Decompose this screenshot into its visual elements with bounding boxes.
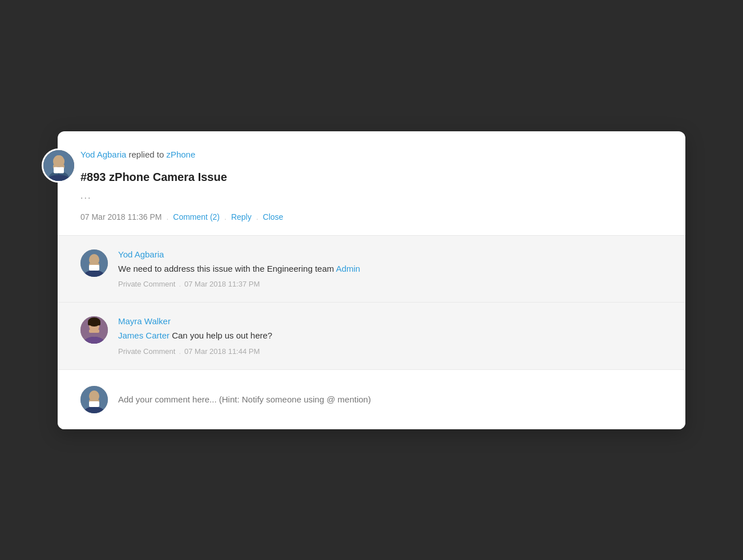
comment-link[interactable]: Comment (2) <box>173 212 220 221</box>
comment-author-1[interactable]: Yod Agbaria <box>118 249 663 259</box>
comment-body-1: Yod Agbaria We need to address this issu… <box>118 249 663 289</box>
ticket-title: #893 zPhone Camera Issue <box>80 171 663 184</box>
mention-james[interactable]: James Carter <box>118 331 169 340</box>
comment-meta-1: Private Comment . 07 Mar 2018 11:37 PM <box>118 280 663 288</box>
comment-timestamp-1: 07 Mar 2018 11:37 PM <box>184 280 260 288</box>
add-comment-avatar <box>80 386 108 413</box>
dot-2: . <box>224 212 227 221</box>
comment-author-2[interactable]: Mayra Walker <box>118 316 663 326</box>
notification-card-wrapper: Yod Agbaria replied to zPhone #893 zPhon… <box>58 131 685 429</box>
notification-card: Yod Agbaria replied to zPhone #893 zPhon… <box>58 131 685 429</box>
comment-timestamp-2: 07 Mar 2018 11:44 PM <box>184 347 260 356</box>
meta-dot-2: . <box>179 347 181 356</box>
comment-item-2: Mayra Walker James Carter Can you help u… <box>58 303 685 369</box>
comments-section: Yod Agbaria We need to address this issu… <box>58 235 685 370</box>
author-link[interactable]: Yod Agbaria <box>80 150 126 159</box>
comment-text-2: James Carter Can you help us out here? <box>118 329 663 343</box>
card-header: Yod Agbaria replied to zPhone #893 zPhon… <box>58 131 685 235</box>
svg-rect-26 <box>89 401 99 407</box>
dot-3: . <box>256 212 259 221</box>
replied-text: replied to <box>129 150 164 159</box>
comment-text-1: We need to address this issue with the E… <box>118 263 663 276</box>
svg-rect-16 <box>89 329 99 333</box>
comment-meta-2: Private Comment . 07 Mar 2018 11:44 PM <box>118 347 663 356</box>
svg-rect-19 <box>88 322 100 325</box>
svg-rect-7 <box>54 167 64 173</box>
comment-avatar-2 <box>80 316 108 344</box>
comment-item: Yod Agbaria We need to address this issu… <box>58 236 685 303</box>
mention-admin[interactable]: Admin <box>336 264 361 273</box>
channel-link[interactable]: zPhone <box>166 150 195 159</box>
svg-rect-13 <box>89 265 99 271</box>
reply-link[interactable]: Reply <box>231 212 252 221</box>
main-avatar <box>42 148 76 183</box>
comment-type-1: Private Comment <box>118 280 175 288</box>
close-link[interactable]: Close <box>263 212 284 221</box>
meta-bar: 07 Mar 2018 11:36 PM . Comment (2) . Rep… <box>80 212 663 235</box>
post-timestamp: 07 Mar 2018 11:36 PM <box>80 212 161 221</box>
replied-line: Yod Agbaria replied to zPhone <box>80 150 663 159</box>
comment-avatar-1 <box>80 249 108 277</box>
dot-1: . <box>166 212 168 221</box>
meta-dot-1: . <box>179 280 181 288</box>
add-comment-area <box>58 370 685 429</box>
add-comment-input[interactable] <box>118 394 663 404</box>
ellipsis-text: ... <box>80 191 663 201</box>
comment-body-2: Mayra Walker James Carter Can you help u… <box>118 316 663 356</box>
comment-type-2: Private Comment <box>118 347 175 356</box>
